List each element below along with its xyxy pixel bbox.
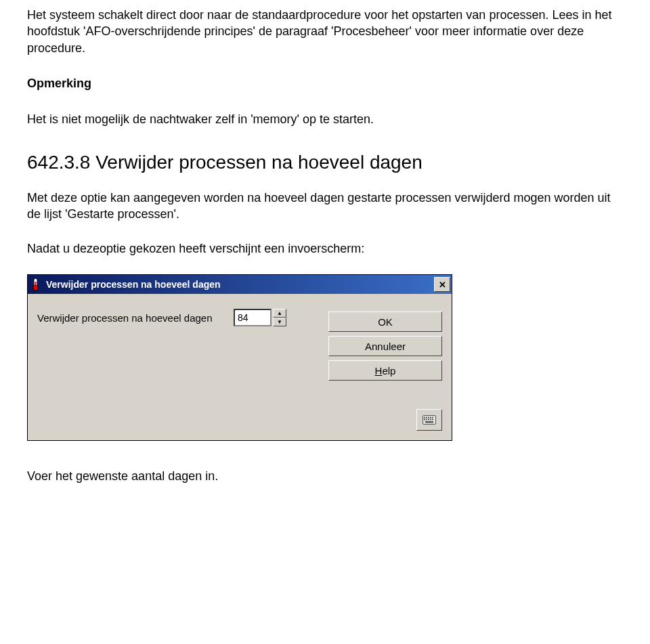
note-heading: Opmerking: [27, 77, 623, 91]
svg-rect-7: [430, 417, 431, 418]
dialog-title: Verwijder processen na hoeveel dagen: [46, 279, 434, 290]
svg-rect-5: [426, 417, 427, 418]
cancel-button[interactable]: Annuleer: [328, 336, 442, 356]
section-paragraph-2: Nadat u dezeoptie gekozen heeft verschij…: [27, 240, 623, 257]
dialog-window: Verwijder processen na hoeveel dagen ✕ V…: [27, 274, 452, 441]
ok-button[interactable]: OK: [328, 312, 442, 332]
section-paragraph-1: Met deze optie kan aangegeven worden na …: [27, 190, 623, 223]
close-button[interactable]: ✕: [434, 277, 450, 292]
svg-rect-8: [432, 417, 433, 418]
spin-up-button[interactable]: ▲: [273, 309, 286, 318]
note-text: Het is niet mogelijk de nachtwaker zelf …: [27, 111, 623, 127]
svg-rect-13: [432, 419, 433, 421]
svg-rect-9: [424, 419, 425, 421]
section-heading: 642.3.8 Verwijder processen na hoeveel d…: [27, 152, 623, 173]
close-icon: ✕: [439, 280, 446, 289]
svg-rect-6: [428, 417, 429, 418]
section-paragraph-3: Voer het gewenste aantal dagen in.: [27, 468, 623, 484]
intro-paragraph: Het systeem schakelt direct door naar de…: [27, 7, 623, 56]
svg-rect-11: [428, 419, 429, 421]
cancel-button-label: Annuleer: [365, 341, 406, 352]
ok-button-label: OK: [378, 316, 393, 328]
help-button-label: Help: [375, 365, 396, 377]
keyboard-icon: [422, 415, 436, 425]
svg-rect-10: [426, 419, 427, 421]
dialog-titlebar[interactable]: Verwijder processen na hoeveel dagen ✕: [28, 275, 452, 294]
thermometer-icon: [30, 278, 42, 291]
svg-rect-12: [430, 419, 431, 421]
chevron-down-icon: ▼: [277, 320, 282, 325]
spin-down-button[interactable]: ▼: [273, 318, 286, 326]
keyboard-button[interactable]: [416, 409, 442, 431]
days-input[interactable]: [234, 309, 272, 326]
svg-rect-2: [35, 282, 37, 287]
chevron-up-icon: ▲: [277, 311, 282, 316]
help-button[interactable]: Help: [328, 360, 442, 381]
days-stepper[interactable]: ▲ ▼: [234, 309, 286, 326]
svg-rect-4: [424, 417, 425, 418]
svg-rect-14: [425, 421, 433, 423]
days-label: Verwijder processen na hoeveel dagen: [37, 312, 234, 324]
